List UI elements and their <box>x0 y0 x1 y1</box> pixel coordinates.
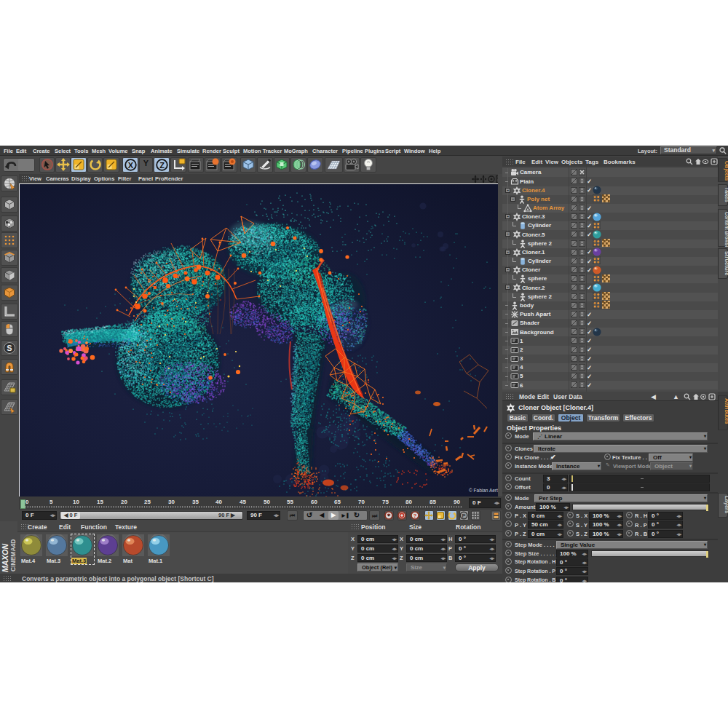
svg-text:© Fabian Aerts: © Fabian Aerts <box>469 488 501 493</box>
svg-text:Takes: Takes <box>724 187 728 202</box>
svg-text:Layers: Layers <box>724 496 728 513</box>
svg-text:P: P <box>462 513 465 519</box>
svg-text:MAXON: MAXON <box>1 544 9 573</box>
svg-text:Z: Z <box>159 161 165 170</box>
svg-text:Content Browser: Content Browser <box>724 212 728 247</box>
svg-text:Structure: Structure <box>724 251 728 275</box>
svg-text:CINEMA4D: CINEMA4D <box>9 539 17 571</box>
svg-text:S: S <box>7 344 12 352</box>
svg-text:Attributes: Attributes <box>724 398 728 424</box>
svg-text:Objects: Objects <box>724 161 728 181</box>
svg-text:?: ? <box>414 513 417 519</box>
svg-text:X: X <box>128 161 134 170</box>
